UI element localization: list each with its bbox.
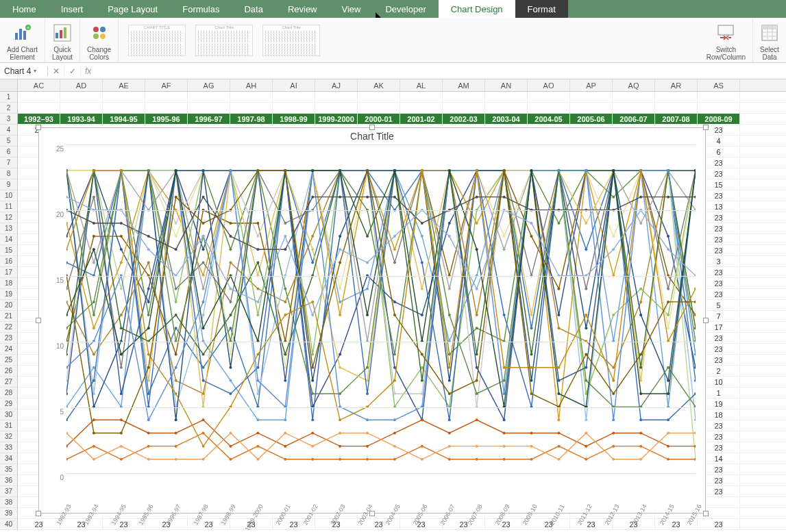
- cell[interactable]: 2001-02: [400, 114, 443, 124]
- cell[interactable]: 1994-95: [103, 114, 145, 124]
- cell[interactable]: [103, 92, 145, 102]
- col-header-AL[interactable]: AL: [400, 79, 443, 91]
- row-header-14[interactable]: 14: [0, 234, 17, 245]
- row-header-19[interactable]: 19: [0, 289, 17, 300]
- chart-styles-gallery[interactable]: CHART TITLE Chart Title Chart Title: [119, 18, 700, 62]
- cell[interactable]: 1993-94: [60, 114, 103, 124]
- row-header-13[interactable]: 13: [0, 223, 17, 234]
- row-header-32[interactable]: 32: [0, 431, 17, 442]
- group-change-colors[interactable]: Change Colors: [80, 18, 119, 62]
- cell[interactable]: [570, 103, 613, 113]
- cell[interactable]: 2006-07: [613, 114, 655, 124]
- col-header-AN[interactable]: AN: [485, 79, 528, 91]
- select-all-corner[interactable]: [0, 79, 18, 91]
- cell[interactable]: 1997-98: [230, 114, 273, 124]
- row-header-38[interactable]: 38: [0, 497, 17, 508]
- cell[interactable]: [570, 92, 613, 102]
- cell[interactable]: [315, 92, 358, 102]
- col-header-AH[interactable]: AH: [230, 79, 273, 91]
- cells-area[interactable]: 1992–931993-941994-951995-961996-971997-…: [18, 92, 786, 530]
- tab-view[interactable]: View: [330, 0, 373, 18]
- row-header-5[interactable]: 5: [0, 136, 17, 147]
- row-header-34[interactable]: 34: [0, 453, 17, 464]
- row-header-20[interactable]: 20: [0, 300, 17, 311]
- col-header-AQ[interactable]: AQ: [613, 79, 655, 91]
- cell[interactable]: 2004-05: [528, 114, 570, 124]
- row-header-26[interactable]: 26: [0, 366, 17, 377]
- row-header-35[interactable]: 35: [0, 464, 17, 475]
- tab-home[interactable]: Home: [0, 0, 49, 18]
- cell[interactable]: 2000-01: [358, 114, 400, 124]
- cell[interactable]: [613, 103, 655, 113]
- col-header-AC[interactable]: AC: [18, 79, 60, 91]
- cell[interactable]: [400, 92, 443, 102]
- cell[interactable]: [145, 92, 188, 102]
- cell[interactable]: [698, 92, 740, 102]
- cell[interactable]: [485, 103, 528, 113]
- row-header-1[interactable]: 1: [0, 92, 17, 103]
- row-header-17[interactable]: 17: [0, 267, 17, 278]
- row-header-9[interactable]: 9: [0, 179, 17, 190]
- cell[interactable]: [145, 103, 188, 113]
- col-header-AI[interactable]: AI: [273, 79, 315, 91]
- chart-object[interactable]: Chart Title 0510152025 1992-931993-94199…: [38, 127, 706, 514]
- cell[interactable]: [60, 103, 103, 113]
- resize-handle-e[interactable]: [703, 318, 709, 323]
- row-header-28[interactable]: 28: [0, 388, 17, 398]
- row-header-4[interactable]: 4: [0, 125, 17, 136]
- cell[interactable]: [400, 103, 443, 113]
- resize-handle-sw[interactable]: [36, 511, 41, 516]
- cell[interactable]: [18, 103, 60, 113]
- tab-developer[interactable]: Developer: [373, 0, 438, 18]
- cell[interactable]: [655, 103, 698, 113]
- col-header-AG[interactable]: AG: [188, 79, 230, 91]
- cell[interactable]: 1992–93: [18, 114, 60, 124]
- tab-page-layout[interactable]: Page Layout: [95, 0, 170, 18]
- group-switch-row-col[interactable]: Switch Row/Column: [700, 18, 753, 62]
- name-box[interactable]: Chart 4 ▾: [0, 66, 48, 76]
- cell[interactable]: 23: [400, 519, 443, 529]
- cell[interactable]: 23: [18, 519, 60, 529]
- cell[interactable]: [655, 92, 698, 102]
- chart-title[interactable]: Chart Title: [39, 128, 705, 142]
- cell[interactable]: [60, 92, 103, 102]
- chart-plot-area[interactable]: 0510152025: [66, 144, 696, 473]
- row-header-24[interactable]: 24: [0, 344, 17, 355]
- row-header-40[interactable]: 40: [0, 519, 17, 530]
- chart-style-2[interactable]: Chart Title: [195, 25, 253, 56]
- row-header-21[interactable]: 21: [0, 311, 17, 322]
- row-header-36[interactable]: 36: [0, 475, 17, 486]
- cell[interactable]: [528, 92, 570, 102]
- name-box-dropdown-icon[interactable]: ▾: [34, 68, 36, 74]
- cell[interactable]: [103, 103, 145, 113]
- tab-chart-design[interactable]: Chart Design: [439, 0, 515, 18]
- cell[interactable]: 23: [60, 519, 103, 529]
- resize-handle-w[interactable]: [36, 318, 41, 323]
- cell[interactable]: [358, 92, 400, 102]
- cell[interactable]: [230, 103, 273, 113]
- col-header-AO[interactable]: AO: [528, 79, 570, 91]
- row-header-6[interactable]: 6: [0, 147, 17, 157]
- cell[interactable]: 2005-06: [570, 114, 613, 124]
- cell[interactable]: 2002-03: [443, 114, 485, 124]
- row-header-37[interactable]: 37: [0, 486, 17, 497]
- row-header-18[interactable]: 18: [0, 278, 17, 289]
- cell[interactable]: 1999-2000: [315, 114, 358, 124]
- cell[interactable]: [315, 103, 358, 113]
- resize-handle-nw[interactable]: [36, 125, 41, 130]
- cell[interactable]: [188, 92, 230, 102]
- tab-data[interactable]: Data: [232, 0, 275, 18]
- row-header-3[interactable]: 3: [0, 114, 17, 125]
- col-header-AR[interactable]: AR: [655, 79, 698, 91]
- chart-style-1[interactable]: CHART TITLE: [128, 25, 186, 56]
- group-add-chart-element[interactable]: + Add Chart Element: [0, 18, 45, 62]
- resize-handle-se[interactable]: [703, 511, 709, 516]
- cell[interactable]: [485, 92, 528, 102]
- row-header-25[interactable]: 25: [0, 355, 17, 366]
- col-header-AK[interactable]: AK: [358, 79, 400, 91]
- col-header-AF[interactable]: AF: [145, 79, 188, 91]
- row-header-31[interactable]: 31: [0, 420, 17, 431]
- cell[interactable]: [443, 92, 485, 102]
- cell[interactable]: [188, 103, 230, 113]
- enter-formula-button[interactable]: ✓: [64, 66, 81, 76]
